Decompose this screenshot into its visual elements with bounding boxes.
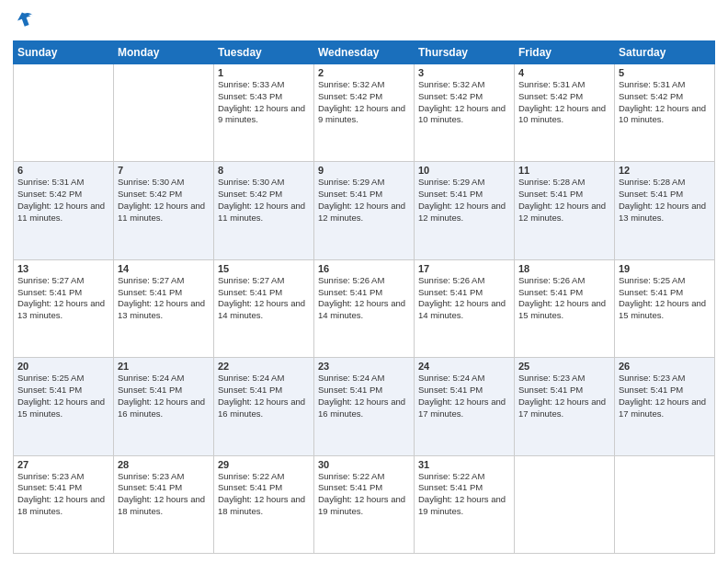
- weekday-header-wednesday: Wednesday: [314, 41, 415, 64]
- calendar-cell: 26Sunrise: 5:23 AMSunset: 5:41 PMDayligh…: [615, 358, 715, 455]
- day-number: 22: [218, 361, 310, 372]
- logo-area: [13, 9, 35, 33]
- calendar-cell: 8Sunrise: 5:30 AMSunset: 5:42 PMDaylight…: [214, 162, 314, 259]
- calendar-cell: 16Sunrise: 5:26 AMSunset: 5:41 PMDayligh…: [314, 259, 415, 357]
- day-number: 15: [218, 263, 310, 274]
- calendar-cell: 11Sunrise: 5:28 AMSunset: 5:41 PMDayligh…: [515, 162, 615, 259]
- week-row-4: 20Sunrise: 5:25 AMSunset: 5:41 PMDayligh…: [14, 358, 715, 455]
- weekday-header-friday: Friday: [515, 41, 615, 64]
- header: [13, 9, 715, 33]
- weekday-header-sunday: Sunday: [14, 41, 114, 64]
- day-info: Sunrise: 5:28 AMSunset: 5:41 PMDaylight:…: [619, 177, 711, 224]
- day-info: Sunrise: 5:23 AMSunset: 5:41 PMDaylight:…: [518, 373, 610, 419]
- day-number: 31: [418, 459, 510, 470]
- weekday-header-row: SundayMondayTuesdayWednesdayThursdayFrid…: [14, 41, 715, 64]
- logo-bird-icon: [15, 9, 35, 33]
- day-number: 7: [118, 165, 210, 176]
- day-info: Sunrise: 5:31 AMSunset: 5:42 PMDaylight:…: [619, 79, 711, 126]
- day-number: 8: [218, 165, 310, 176]
- calendar-cell: [515, 455, 615, 553]
- day-info: Sunrise: 5:27 AMSunset: 5:41 PMDaylight:…: [17, 275, 109, 322]
- day-info: Sunrise: 5:22 AMSunset: 5:41 PMDaylight:…: [218, 471, 310, 518]
- calendar-cell: 10Sunrise: 5:29 AMSunset: 5:41 PMDayligh…: [415, 162, 515, 259]
- day-info: Sunrise: 5:24 AMSunset: 5:41 PMDaylight:…: [218, 373, 310, 419]
- calendar-cell: [14, 64, 114, 162]
- weekday-header-tuesday: Tuesday: [214, 41, 314, 64]
- weekday-header-thursday: Thursday: [415, 41, 515, 64]
- calendar-table: SundayMondayTuesdayWednesdayThursdayFrid…: [13, 40, 715, 554]
- day-number: 17: [418, 263, 510, 274]
- day-info: Sunrise: 5:31 AMSunset: 5:42 PMDaylight:…: [17, 177, 109, 224]
- day-info: Sunrise: 5:24 AMSunset: 5:41 PMDaylight:…: [118, 373, 210, 419]
- day-number: 30: [318, 459, 410, 470]
- calendar-cell: [615, 455, 715, 553]
- day-number: 13: [17, 263, 109, 274]
- day-number: 19: [619, 263, 711, 274]
- day-number: 24: [418, 361, 510, 372]
- week-row-3: 13Sunrise: 5:27 AMSunset: 5:41 PMDayligh…: [14, 259, 715, 357]
- weekday-header-saturday: Saturday: [615, 41, 715, 64]
- week-row-1: 1Sunrise: 5:33 AMSunset: 5:43 PMDaylight…: [14, 64, 715, 162]
- day-number: 23: [318, 361, 410, 372]
- day-number: 10: [418, 165, 510, 176]
- day-info: Sunrise: 5:22 AMSunset: 5:41 PMDaylight:…: [418, 471, 510, 518]
- day-info: Sunrise: 5:25 AMSunset: 5:41 PMDaylight:…: [619, 275, 711, 322]
- calendar-cell: 5Sunrise: 5:31 AMSunset: 5:42 PMDaylight…: [615, 64, 715, 162]
- day-number: 4: [518, 67, 610, 78]
- day-number: 29: [218, 459, 310, 470]
- day-number: 26: [619, 361, 711, 372]
- calendar-cell: 14Sunrise: 5:27 AMSunset: 5:41 PMDayligh…: [114, 259, 214, 357]
- day-number: 21: [118, 361, 210, 372]
- day-info: Sunrise: 5:27 AMSunset: 5:41 PMDaylight:…: [218, 275, 310, 322]
- day-number: 27: [17, 459, 109, 470]
- day-number: 25: [518, 361, 610, 372]
- day-number: 9: [318, 165, 410, 176]
- day-info: Sunrise: 5:32 AMSunset: 5:42 PMDaylight:…: [418, 79, 510, 126]
- day-number: 28: [118, 459, 210, 470]
- calendar-cell: 7Sunrise: 5:30 AMSunset: 5:42 PMDaylight…: [114, 162, 214, 259]
- calendar-cell: 19Sunrise: 5:25 AMSunset: 5:41 PMDayligh…: [615, 259, 715, 357]
- calendar-cell: 28Sunrise: 5:23 AMSunset: 5:41 PMDayligh…: [114, 455, 214, 553]
- day-info: Sunrise: 5:26 AMSunset: 5:41 PMDaylight:…: [318, 275, 410, 322]
- day-number: 6: [17, 165, 109, 176]
- day-info: Sunrise: 5:24 AMSunset: 5:41 PMDaylight:…: [318, 373, 410, 419]
- day-info: Sunrise: 5:25 AMSunset: 5:41 PMDaylight:…: [17, 373, 109, 419]
- calendar-cell: 24Sunrise: 5:24 AMSunset: 5:41 PMDayligh…: [415, 358, 515, 455]
- day-info: Sunrise: 5:31 AMSunset: 5:42 PMDaylight:…: [518, 79, 610, 126]
- day-number: 2: [318, 67, 410, 78]
- day-number: 12: [619, 165, 711, 176]
- day-number: 3: [418, 67, 510, 78]
- calendar-cell: 21Sunrise: 5:24 AMSunset: 5:41 PMDayligh…: [114, 358, 214, 455]
- day-info: Sunrise: 5:23 AMSunset: 5:41 PMDaylight:…: [619, 373, 711, 419]
- logo-wrapper: [13, 9, 35, 33]
- day-number: 5: [619, 67, 711, 78]
- day-number: 11: [518, 165, 610, 176]
- day-number: 1: [218, 67, 310, 78]
- day-number: 18: [518, 263, 610, 274]
- calendar-cell: 30Sunrise: 5:22 AMSunset: 5:41 PMDayligh…: [314, 455, 415, 553]
- calendar-cell: 15Sunrise: 5:27 AMSunset: 5:41 PMDayligh…: [214, 259, 314, 357]
- calendar-cell: 9Sunrise: 5:29 AMSunset: 5:41 PMDaylight…: [314, 162, 415, 259]
- svg-marker-0: [16, 10, 34, 29]
- calendar-cell: 12Sunrise: 5:28 AMSunset: 5:41 PMDayligh…: [615, 162, 715, 259]
- calendar-cell: 29Sunrise: 5:22 AMSunset: 5:41 PMDayligh…: [214, 455, 314, 553]
- calendar-cell: 22Sunrise: 5:24 AMSunset: 5:41 PMDayligh…: [214, 358, 314, 455]
- calendar-cell: 17Sunrise: 5:26 AMSunset: 5:41 PMDayligh…: [415, 259, 515, 357]
- day-info: Sunrise: 5:23 AMSunset: 5:41 PMDaylight:…: [118, 471, 210, 518]
- calendar-cell: 2Sunrise: 5:32 AMSunset: 5:42 PMDaylight…: [314, 64, 415, 162]
- calendar-cell: 13Sunrise: 5:27 AMSunset: 5:41 PMDayligh…: [14, 259, 114, 357]
- day-info: Sunrise: 5:30 AMSunset: 5:42 PMDaylight:…: [218, 177, 310, 224]
- day-number: 20: [17, 361, 109, 372]
- day-info: Sunrise: 5:27 AMSunset: 5:41 PMDaylight:…: [118, 275, 210, 322]
- day-info: Sunrise: 5:24 AMSunset: 5:41 PMDaylight:…: [418, 373, 510, 419]
- calendar-cell: 31Sunrise: 5:22 AMSunset: 5:41 PMDayligh…: [415, 455, 515, 553]
- calendar-cell: 27Sunrise: 5:23 AMSunset: 5:41 PMDayligh…: [14, 455, 114, 553]
- day-info: Sunrise: 5:26 AMSunset: 5:41 PMDaylight:…: [518, 275, 610, 322]
- week-row-5: 27Sunrise: 5:23 AMSunset: 5:41 PMDayligh…: [14, 455, 715, 553]
- day-info: Sunrise: 5:32 AMSunset: 5:42 PMDaylight:…: [318, 79, 410, 126]
- calendar-cell: 3Sunrise: 5:32 AMSunset: 5:42 PMDaylight…: [415, 64, 515, 162]
- calendar-cell: 4Sunrise: 5:31 AMSunset: 5:42 PMDaylight…: [515, 64, 615, 162]
- calendar-cell: 23Sunrise: 5:24 AMSunset: 5:41 PMDayligh…: [314, 358, 415, 455]
- day-info: Sunrise: 5:28 AMSunset: 5:41 PMDaylight:…: [518, 177, 610, 224]
- day-info: Sunrise: 5:26 AMSunset: 5:41 PMDaylight:…: [418, 275, 510, 322]
